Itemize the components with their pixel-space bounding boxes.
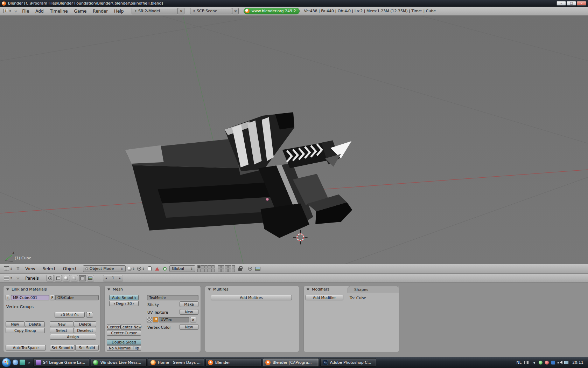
tray-app-icon[interactable] (551, 361, 555, 364)
menu-help[interactable]: Help (111, 8, 127, 15)
degr-slider[interactable]: ◂Degr: 30▸ (109, 301, 139, 306)
mode-dropdown[interactable]: Object Mode ⇕ (83, 265, 126, 272)
taskbar-clock[interactable]: 20:11 (571, 360, 583, 365)
layer-17[interactable] (221, 269, 224, 272)
vgroup-new-button[interactable]: New (6, 321, 24, 327)
layer-grid-1[interactable] (197, 265, 215, 272)
context-logic-button[interactable] (47, 275, 54, 281)
context-script-button[interactable] (55, 275, 62, 281)
menu-timeline[interactable]: Timeline (47, 8, 71, 15)
menu-object[interactable]: Object (60, 265, 80, 272)
minimize-button[interactable]: – (556, 1, 566, 6)
uv-grid-icon[interactable] (147, 317, 152, 322)
add-modifier-button[interactable]: Add Modifier (306, 295, 343, 300)
layer-9[interactable] (228, 265, 231, 268)
select-button[interactable]: Select (50, 328, 74, 333)
mesh-name-field[interactable]: ME:Cube.001 (11, 295, 49, 300)
pivot-dropdown[interactable]: ⇕ (136, 265, 145, 272)
material-new-button[interactable]: New (50, 321, 74, 327)
layer-16[interactable] (218, 269, 221, 272)
quick-launch-icon-2[interactable] (20, 360, 25, 365)
collapse-triangle-icon[interactable]: ▽ (13, 9, 19, 13)
close-button[interactable]: × (577, 1, 586, 6)
editor-type-button[interactable]: i ⇕ (2, 8, 13, 14)
deselect-button[interactable]: Deselect (74, 328, 96, 333)
uv-image-icon[interactable] (153, 317, 158, 322)
proportional-edit-toggle[interactable] (247, 265, 253, 272)
quick-launch-icon-1[interactable] (13, 360, 18, 365)
layer-3[interactable] (204, 265, 208, 268)
scene-selector[interactable]: ⇕ SCE:Scene (190, 8, 232, 14)
layer-5[interactable] (211, 265, 215, 268)
taskbar-item-browser[interactable]: Home - Seven Days ... (148, 358, 204, 367)
layer-8[interactable] (225, 265, 228, 268)
menu-file[interactable]: File (19, 8, 32, 15)
panel-header-multires[interactable]: Multires (205, 286, 299, 293)
draw-type-dropdown[interactable]: ⇕ (127, 265, 136, 272)
center-button[interactable]: Center (107, 324, 120, 330)
sticky-make-button[interactable]: Make (180, 301, 198, 307)
layer-6[interactable] (218, 265, 221, 268)
context-object-button[interactable] (71, 275, 78, 281)
material-delete-button[interactable]: Delete (74, 321, 96, 327)
uvtex-name-field[interactable]: UVTex (159, 317, 189, 322)
center-new-button[interactable]: Center New (120, 324, 141, 330)
network-icon[interactable] (564, 361, 568, 364)
manipulator-toggle[interactable] (146, 265, 153, 272)
lock-view-toggle[interactable] (237, 265, 244, 272)
menu-view[interactable]: View (22, 265, 38, 272)
layer-20[interactable] (232, 269, 235, 272)
blender-version-badge[interactable]: www.blender.org 249.2 (244, 8, 300, 14)
assign-button[interactable]: Assign (50, 334, 96, 340)
taskbar-item-photoshop[interactable]: Ps Adobe Photoshop C... (320, 358, 376, 367)
screen-delete-button[interactable]: × (178, 8, 184, 14)
menu-select[interactable]: Select (40, 265, 59, 272)
panels-menu[interactable]: Panels (22, 275, 42, 282)
layer-18[interactable] (225, 269, 228, 272)
collapse-triangle-icon[interactable]: ▽ (15, 267, 21, 271)
taskbar-item-blender-active[interactable]: Blender [C:\Progra... (263, 358, 319, 367)
menu-render[interactable]: Render (90, 8, 111, 15)
center-cursor-button[interactable]: Center Cursor (107, 330, 141, 336)
volume-icon[interactable] (558, 361, 562, 364)
fake-user-button[interactable]: F (50, 295, 55, 300)
scene-delete-button[interactable]: × (232, 8, 239, 14)
me-browse-button[interactable]: ⇕ (6, 295, 10, 300)
layer-10[interactable] (232, 265, 235, 268)
tray-status-icon[interactable] (545, 361, 549, 364)
copy-group-button[interactable]: Copy Group (6, 328, 45, 333)
uvtex-delete-button[interactable]: × (190, 317, 196, 322)
layer-19[interactable] (228, 269, 231, 272)
vertex-color-new-button[interactable]: New (180, 324, 198, 330)
layer-14[interactable] (208, 269, 211, 272)
editor-type-button[interactable]: ⇕ (2, 266, 14, 272)
rotate-manipulator-toggle[interactable] (162, 265, 168, 272)
tray-messenger-icon[interactable] (539, 361, 542, 364)
language-indicator[interactable]: NL (516, 360, 521, 365)
translate-manipulator-toggle[interactable] (154, 265, 161, 272)
start-button[interactable] (2, 358, 11, 367)
layer-2[interactable] (201, 265, 204, 268)
no-vnormal-flip-toggle[interactable]: No V.Normal Flip (107, 345, 141, 351)
add-multires-button[interactable]: Add Multires (211, 295, 292, 300)
panel-header-mesh[interactable]: Mesh (105, 286, 201, 293)
layer-7[interactable] (221, 265, 224, 268)
3d-model[interactable] (125, 112, 352, 238)
layer-grid-2[interactable] (218, 265, 235, 272)
editor-type-button[interactable]: ⇕ (2, 275, 14, 281)
tab-shapes[interactable]: Shapes (348, 286, 399, 293)
keyboard-layout-icon[interactable] (524, 361, 529, 364)
context-shading-button[interactable] (63, 275, 70, 281)
layer-12[interactable] (201, 269, 204, 272)
frame-number-field[interactable]: ◂ 1 ▸ (103, 275, 123, 281)
3d-cursor[interactable] (293, 230, 308, 245)
layer-13[interactable] (204, 269, 208, 272)
taskbar-item-messenger[interactable]: Windows Live Mess... (91, 358, 147, 367)
tray-collapse-chevron-icon[interactable]: ◂ (532, 360, 537, 365)
render-preview-button[interactable] (254, 265, 261, 272)
uv-texture-new-button[interactable]: New (180, 309, 198, 315)
autotexspace-toggle[interactable]: AutoTexSpace (6, 345, 46, 350)
texmesh-field[interactable]: TexMesh: (147, 295, 198, 300)
vgroup-delete-button[interactable]: Delete (25, 321, 45, 327)
taskbar-item-blender[interactable]: Blender (205, 358, 261, 367)
